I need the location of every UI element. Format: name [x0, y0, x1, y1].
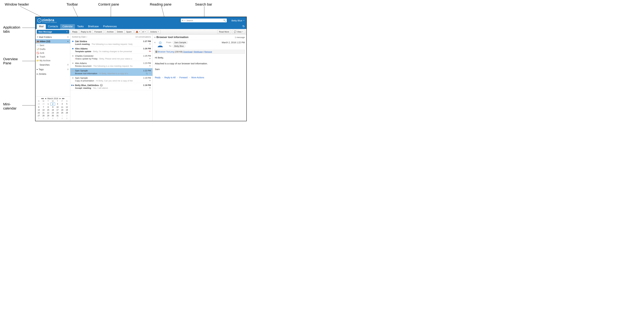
cal-day[interactable]: 4	[60, 103, 64, 106]
cal-day[interactable]: 5	[64, 103, 69, 106]
cal-day[interactable]: 29	[46, 114, 50, 117]
flag-icon[interactable]: ⚑	[149, 50, 151, 53]
tags-head[interactable]: ▶ Tags ⚙	[36, 67, 70, 72]
move-folder-button[interactable]: 📥 ▼	[134, 30, 141, 34]
search-input[interactable]	[186, 19, 222, 22]
actions-button[interactable]: Actions ▼	[148, 30, 161, 34]
prev-month-icon[interactable]: ◀	[45, 98, 46, 100]
collapse-icon[interactable]: ⊟	[154, 37, 156, 38]
new-message-button[interactable]: New Message ▼	[37, 30, 69, 34]
cal-day[interactable]: 9	[64, 117, 69, 120]
reading-more-actions-link[interactable]: More Actions	[192, 76, 204, 79]
flag-icon[interactable]: ⚑	[149, 58, 151, 60]
from-chip[interactable]: Sam Sample	[172, 41, 188, 44]
cal-day[interactable]: 4	[41, 117, 46, 120]
cal-day[interactable]: 26	[64, 111, 69, 114]
reply-all-button[interactable]: Reply to All	[79, 30, 93, 34]
mail-folders-head[interactable]: ▼ Mail Folders ⚙	[36, 35, 70, 39]
archive-button[interactable]: Archive	[105, 30, 115, 34]
cal-day[interactable]: 9	[50, 106, 55, 109]
cal-day[interactable]: 1	[60, 114, 64, 117]
cal-day[interactable]: 12	[64, 106, 69, 109]
cal-day[interactable]: 24	[55, 111, 60, 114]
folder-junk[interactable]: 🚫Junk	[36, 51, 70, 55]
folder-drafts[interactable]: 📝Drafts	[36, 47, 70, 51]
view-button[interactable]: 💬 View ▼	[232, 30, 245, 34]
conversation-item[interactable]: Charles Connector1:25 PM! Status update …	[70, 54, 152, 61]
cal-day[interactable]: 13	[36, 109, 41, 111]
cal-day[interactable]: 2	[50, 103, 55, 106]
search-scope-dropdown-icon[interactable]: ▼	[184, 20, 186, 21]
forward-button[interactable]: Forward	[93, 30, 104, 34]
zimlets-head[interactable]: ▶ Zimlets	[36, 72, 70, 76]
folder-archive[interactable]: 📁My Archive	[36, 59, 70, 63]
searches-head[interactable]: Searches ⚙	[36, 63, 70, 67]
attachment-download-link[interactable]: Download	[183, 51, 192, 53]
flag-icon[interactable]: ⚑	[149, 43, 151, 45]
cal-day[interactable]: 27	[36, 114, 41, 117]
cal-day[interactable]: 18	[60, 109, 64, 111]
cal-day[interactable]: 11	[60, 106, 64, 109]
cal-day[interactable]: 23	[50, 111, 55, 114]
cal-day[interactable]: 8	[46, 106, 50, 109]
gear-icon[interactable]: ⚙	[67, 36, 69, 38]
conversation-item[interactable]: Alex Adams1:23 PMReview document- The fo…	[70, 61, 152, 68]
conversation-item[interactable]: ▶Betty Blue, ZakSimbra - 31:18 PMAccept:…	[70, 83, 152, 90]
cal-day[interactable]: 15	[46, 109, 50, 111]
cal-day[interactable]: 20	[36, 111, 41, 114]
attachment-briefcase-link[interactable]: Briefcase	[194, 51, 203, 53]
tab-mail[interactable]: Mail	[37, 24, 46, 29]
cal-day[interactable]: 3	[36, 117, 41, 120]
cal-day[interactable]: 10	[55, 106, 60, 109]
cal-day[interactable]: 3	[55, 103, 60, 106]
cal-day[interactable]: 7	[55, 117, 60, 120]
tag-button[interactable]: 🏷 ▼	[141, 30, 147, 34]
cal-day[interactable]: 6	[36, 106, 41, 109]
cal-day[interactable]: 17	[55, 109, 60, 111]
tab-contacts[interactable]: Contacts	[46, 24, 60, 29]
cal-day[interactable]: 28	[36, 103, 41, 106]
next-year-icon[interactable]: ▶▶	[62, 98, 64, 100]
conversation-item[interactable]: Zak Simbra1:27 PMLunch meeting- The foll…	[70, 39, 152, 47]
tab-calendar[interactable]: Calendar	[60, 24, 75, 29]
cal-day[interactable]: 7	[41, 106, 46, 109]
cal-day[interactable]: 30	[50, 114, 55, 117]
user-menu[interactable]: Betty Blue ▼	[232, 19, 244, 22]
folder-trash[interactable]: 🗑Trash	[36, 55, 70, 59]
cal-day[interactable]: 1	[46, 103, 50, 106]
delete-button[interactable]: Delete	[115, 30, 124, 34]
cal-day[interactable]: 16	[50, 109, 55, 111]
refresh-icon[interactable]: ↻	[242, 25, 245, 28]
flag-icon[interactable]: ⚑	[149, 80, 151, 82]
flag-icon[interactable]: ⚑	[149, 72, 151, 75]
search-scope-mail-icon[interactable]: ✉	[182, 19, 183, 22]
conversation-list[interactable]: Zak Simbra1:27 PMLunch meeting- The foll…	[70, 39, 152, 121]
folder-sent[interactable]: 📨Sent	[36, 44, 70, 47]
to-chip[interactable]: Betty Blue	[172, 45, 186, 48]
search-icon[interactable]: 🔍	[223, 19, 226, 22]
gear-icon[interactable]: ⚙	[67, 68, 69, 71]
cal-day[interactable]: 5	[46, 117, 50, 120]
prev-year-icon[interactable]: ◀◀	[41, 98, 44, 100]
tab-preferences[interactable]: Preferences	[101, 24, 119, 29]
conversation-item[interactable]: Alex Adams1:26 PMTemplate update- Betty,…	[70, 47, 152, 54]
cal-day[interactable]: 25	[60, 111, 64, 114]
tab-briefcase[interactable]: Briefcase	[86, 24, 101, 29]
cal-day[interactable]: 6	[50, 117, 55, 120]
gear-icon[interactable]: ⚙	[67, 64, 69, 66]
flag-icon[interactable]: ⚑	[149, 87, 151, 89]
cal-day[interactable]: 8	[60, 117, 64, 120]
spam-button[interactable]: Spam	[124, 30, 133, 34]
reading-forward-link[interactable]: Forward	[180, 76, 188, 79]
attachment-name[interactable]: Browser-Tool.png	[158, 51, 174, 53]
expand-icon[interactable]: ▶	[73, 84, 74, 86]
sort-label[interactable]: Sorted by Date ▽	[72, 36, 87, 38]
read-more-button[interactable]: Read More	[217, 30, 231, 34]
chevron-down-icon[interactable]: ▼	[67, 41, 69, 42]
cal-day[interactable]: 14	[41, 109, 46, 111]
reading-reply-link[interactable]: Reply	[155, 76, 160, 79]
cal-day[interactable]: 31	[55, 114, 60, 117]
cal-day[interactable]: 2	[64, 114, 69, 117]
folder-inbox[interactable]: 📥Inbox (12)▼	[36, 39, 70, 44]
tab-tasks[interactable]: Tasks	[75, 24, 86, 29]
